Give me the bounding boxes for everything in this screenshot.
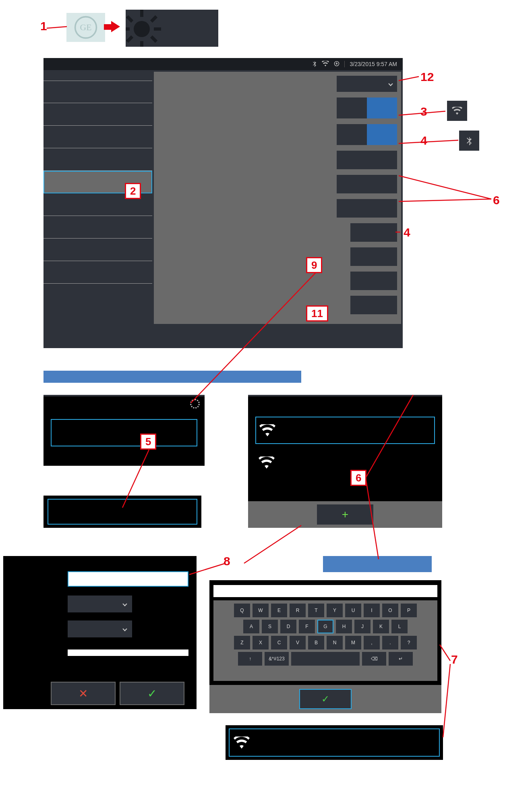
sidebar-item[interactable] bbox=[43, 216, 152, 239]
key-question[interactable]: ? bbox=[401, 636, 417, 649]
key-enter[interactable]: ↵ bbox=[389, 652, 413, 666]
callout-5: 5 bbox=[140, 434, 156, 450]
key-y[interactable]: Y bbox=[327, 604, 343, 617]
connection-list-item[interactable] bbox=[51, 419, 197, 446]
key-space[interactable] bbox=[291, 652, 360, 666]
wifi-connected-item[interactable] bbox=[229, 728, 440, 757]
svg-rect-5 bbox=[126, 27, 130, 31]
key-backspace[interactable]: ⌫ bbox=[362, 652, 386, 666]
password-input[interactable] bbox=[68, 649, 188, 656]
key-c[interactable]: C bbox=[271, 636, 287, 649]
wifi-network-item[interactable] bbox=[255, 417, 435, 444]
key-e[interactable]: E bbox=[271, 604, 287, 617]
cancel-button[interactable]: ✕ bbox=[51, 682, 116, 705]
svg-rect-7 bbox=[126, 15, 133, 23]
chevron-down-icon bbox=[122, 627, 127, 631]
add-network-form: ✕ ✓ bbox=[3, 556, 197, 709]
key-l[interactable]: L bbox=[391, 620, 408, 633]
key-symbols[interactable]: &*#123 bbox=[265, 652, 289, 666]
key-x[interactable]: X bbox=[253, 636, 269, 649]
key-shift[interactable]: ↑ bbox=[238, 652, 262, 666]
svg-line-24 bbox=[244, 525, 301, 563]
svg-line-26 bbox=[443, 664, 450, 737]
svg-rect-10 bbox=[150, 35, 157, 43]
svg-line-16 bbox=[399, 176, 491, 199]
key-o[interactable]: O bbox=[382, 604, 398, 617]
key-v[interactable]: V bbox=[290, 636, 306, 649]
svg-point-2 bbox=[134, 21, 150, 37]
settings-button-a[interactable] bbox=[337, 151, 397, 169]
key-p[interactable]: P bbox=[401, 604, 417, 617]
key-z[interactable]: Z bbox=[234, 636, 250, 649]
security-select[interactable] bbox=[68, 596, 132, 612]
sidebar-item[interactable] bbox=[43, 148, 152, 171]
sidebar-item[interactable] bbox=[43, 103, 152, 126]
connection-input[interactable] bbox=[48, 499, 197, 525]
key-comma[interactable]: , bbox=[364, 636, 380, 649]
key-g[interactable]: G bbox=[317, 620, 333, 633]
callout-4b: 4 bbox=[404, 226, 410, 239]
gear-icon bbox=[126, 10, 162, 47]
ge-logo-button[interactable]: GE bbox=[66, 13, 105, 42]
key-n[interactable]: N bbox=[327, 636, 343, 649]
keyboard-text-input[interactable] bbox=[213, 585, 437, 597]
key-k[interactable]: K bbox=[373, 620, 389, 633]
keyboard-done-bar: ✓ bbox=[209, 685, 441, 713]
toggle-bluetooth[interactable] bbox=[337, 124, 397, 145]
callout-6a: 6 bbox=[493, 193, 500, 207]
key-r[interactable]: R bbox=[290, 604, 306, 617]
dropdown-connection[interactable] bbox=[337, 76, 397, 92]
plus-icon: + bbox=[342, 508, 348, 521]
settings-button-f[interactable] bbox=[350, 272, 397, 290]
key-q[interactable]: Q bbox=[234, 604, 250, 617]
callout-7: 7 bbox=[451, 653, 458, 666]
settings-button-g[interactable] bbox=[350, 296, 397, 314]
confirm-button[interactable]: ✓ bbox=[120, 682, 184, 705]
ge-logo-icon: GE bbox=[74, 15, 98, 39]
callout-4a: 4 bbox=[420, 134, 427, 147]
key-h[interactable]: H bbox=[336, 620, 352, 633]
bluetooth-status-icon bbox=[459, 131, 479, 151]
key-i[interactable]: I bbox=[364, 604, 380, 617]
sidebar-item[interactable] bbox=[43, 261, 152, 284]
key-period[interactable]: . bbox=[382, 636, 398, 649]
wifi-network-item[interactable] bbox=[255, 449, 435, 476]
sidebar-item[interactable] bbox=[43, 239, 152, 261]
key-t[interactable]: T bbox=[308, 604, 324, 617]
sidebar-item[interactable] bbox=[43, 126, 152, 148]
eap-method-select[interactable] bbox=[68, 620, 132, 637]
connection-input-panel bbox=[43, 496, 201, 528]
settings-button-c[interactable] bbox=[337, 199, 397, 218]
key-b[interactable]: B bbox=[308, 636, 324, 649]
settings-button-d[interactable] bbox=[350, 223, 397, 242]
svg-rect-4 bbox=[140, 41, 143, 47]
settings-gear-button[interactable] bbox=[126, 10, 218, 47]
sidebar-item[interactable] bbox=[43, 81, 152, 103]
network-name-input[interactable] bbox=[68, 571, 188, 587]
keyboard-done-button[interactable]: ✓ bbox=[299, 689, 352, 709]
key-f[interactable]: F bbox=[299, 620, 315, 633]
callout-8: 8 bbox=[224, 554, 230, 568]
callout-12: 12 bbox=[420, 70, 434, 84]
callout-3: 3 bbox=[420, 105, 427, 118]
key-d[interactable]: D bbox=[280, 620, 296, 633]
wifi-icon bbox=[234, 737, 250, 749]
key-m[interactable]: M bbox=[345, 636, 361, 649]
toggle-wifi[interactable] bbox=[337, 98, 397, 118]
onscreen-keyboard: Q W E R T Y U I O P A S D F G H J K L bbox=[213, 600, 437, 681]
settings-button-e[interactable] bbox=[350, 247, 397, 266]
key-j[interactable]: J bbox=[354, 620, 371, 633]
key-s[interactable]: S bbox=[262, 620, 278, 633]
keyboard-header-bar bbox=[323, 556, 432, 572]
wifi-icon bbox=[259, 424, 275, 436]
key-a[interactable]: A bbox=[243, 620, 259, 633]
callout-11: 11 bbox=[306, 305, 328, 322]
key-u[interactable]: U bbox=[345, 604, 361, 617]
settings-button-b[interactable] bbox=[337, 175, 397, 193]
connection-list-panel bbox=[43, 395, 205, 466]
add-network-button[interactable]: + bbox=[317, 504, 373, 525]
add-network-bar: + bbox=[248, 501, 442, 528]
key-w[interactable]: W bbox=[253, 604, 269, 617]
status-bar: 3/23/2015 9:57 AM bbox=[43, 58, 403, 70]
check-icon: ✓ bbox=[321, 693, 329, 705]
